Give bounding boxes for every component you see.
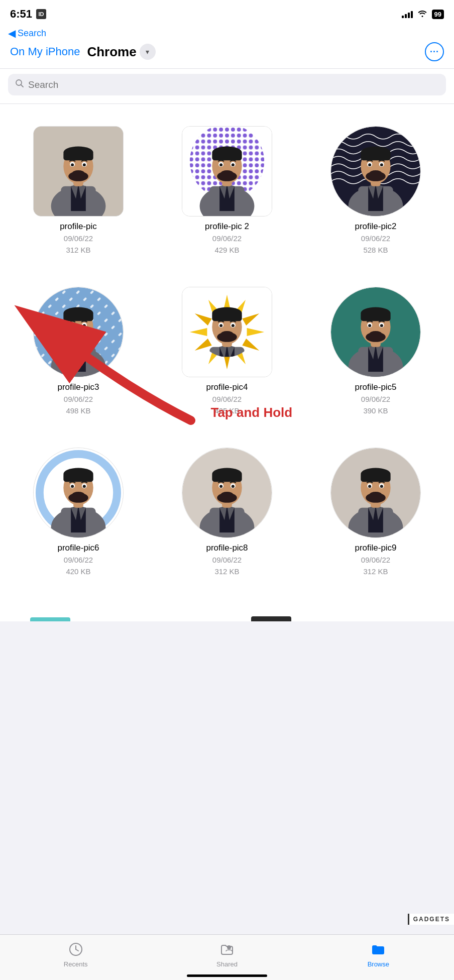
- svg-rect-11: [63, 151, 93, 160]
- file-meta-3: 09/06/22 528 KB: [361, 233, 390, 256]
- file-item-5[interactable]: profile-pic4 09/06/22 425 KB: [153, 280, 301, 425]
- home-indicator: [187, 974, 267, 977]
- back-search-text: Search: [18, 28, 46, 39]
- svg-point-128: [72, 492, 84, 497]
- svg-point-98: [232, 324, 235, 327]
- file-meta-4: 09/06/22 498 KB: [64, 394, 93, 416]
- svg-point-31: [221, 170, 233, 175]
- svg-line-1: [21, 85, 24, 87]
- signal-bar-4: [411, 11, 413, 18]
- file-name-6: profile-pic5: [355, 382, 396, 392]
- tab-recents[interactable]: Recents: [0, 941, 151, 968]
- file-meta-7: 09/06/22 420 KB: [64, 555, 93, 577]
- svg-rect-126: [63, 473, 93, 482]
- page-title: Chrome: [87, 44, 136, 60]
- file-item-2[interactable]: profile-pic 2 09/06/22 429 KB: [153, 119, 301, 265]
- svg-rect-63: [63, 312, 93, 321]
- svg-point-47: [370, 170, 382, 175]
- svg-point-148: [232, 485, 235, 488]
- svg-point-35: [232, 163, 235, 166]
- file-meta-8: 09/06/22 312 KB: [212, 555, 242, 577]
- svg-rect-142: [212, 473, 242, 482]
- svg-point-16: [71, 163, 74, 166]
- back-chevron-icon: ◀: [8, 27, 16, 39]
- status-right-area: 99: [402, 9, 444, 19]
- tab-bar: Recents Shared Browse: [0, 934, 454, 980]
- svg-point-144: [221, 492, 233, 497]
- svg-line-167: [76, 949, 78, 951]
- svg-rect-158: [361, 473, 390, 482]
- file-grid-row3: profile-pic6 09/06/22 420 KB: [0, 435, 454, 591]
- search-input[interactable]: [28, 79, 439, 90]
- back-search-link[interactable]: ◀ Search: [8, 27, 46, 39]
- bottom-fade: [0, 591, 454, 621]
- file-item-9[interactable]: profile-pic9 09/06/22 312 KB: [301, 441, 450, 586]
- svg-point-114: [380, 324, 383, 327]
- signal-bars: [402, 10, 413, 18]
- svg-point-164: [380, 485, 383, 488]
- tab-shared[interactable]: Shared: [151, 941, 302, 968]
- file-name-5: profile-pic4: [206, 382, 248, 392]
- svg-point-163: [368, 485, 371, 488]
- file-thumbnail-3: [330, 126, 421, 216]
- file-name-4: profile-pic3: [57, 382, 99, 392]
- wifi-icon: [417, 9, 428, 19]
- signal-bar-1: [402, 16, 404, 18]
- svg-point-110: [370, 331, 382, 336]
- signal-bar-3: [408, 13, 410, 18]
- file-name-1: profile-pic: [60, 222, 97, 232]
- nav-title-area: On My iPhone Chrome ▾: [10, 44, 156, 60]
- file-meta-9: 09/06/22 312 KB: [361, 555, 390, 577]
- file-grid: profile-pic 09/06/22 312 KB: [0, 114, 454, 270]
- svg-point-50: [368, 163, 371, 166]
- search-bar[interactable]: [8, 74, 446, 95]
- status-time-area: 6:51 ID: [10, 8, 46, 21]
- row2-container: profile-pic3 09/06/22 498 KB: [0, 275, 454, 430]
- svg-point-13: [72, 170, 84, 175]
- battery-display: 99: [432, 10, 444, 19]
- folder-icon: [370, 941, 387, 958]
- tab-browse[interactable]: Browse: [303, 941, 454, 968]
- svg-rect-45: [361, 151, 390, 160]
- person-image-2: [182, 127, 272, 216]
- svg-point-94: [221, 331, 233, 336]
- back-nav: ◀ Search: [0, 26, 454, 39]
- nav-header: On My iPhone Chrome ▾ ···: [0, 39, 454, 69]
- file-item-3[interactable]: profile-pic2 09/06/22 528 KB: [301, 119, 450, 265]
- title-dropdown-button[interactable]: ▾: [140, 44, 156, 60]
- file-name-7: profile-pic6: [57, 543, 99, 553]
- file-meta-2: 09/06/22 429 KB: [212, 233, 242, 256]
- ellipsis-icon: ···: [430, 47, 439, 57]
- svg-point-69: [83, 324, 86, 327]
- more-options-button[interactable]: ···: [425, 42, 444, 61]
- svg-point-147: [219, 485, 222, 488]
- file-meta-5: 09/06/22 425 KB: [212, 394, 242, 416]
- on-my-iphone-link[interactable]: On My iPhone: [10, 45, 80, 58]
- svg-point-113: [368, 324, 371, 327]
- file-name-8: profile-pic8: [206, 543, 248, 553]
- svg-point-51: [380, 163, 383, 166]
- file-item-4[interactable]: profile-pic3 09/06/22 498 KB: [4, 280, 153, 425]
- search-icon: [15, 79, 24, 90]
- person-image-1: [34, 127, 123, 216]
- clock-icon: [67, 941, 84, 958]
- file-item-7[interactable]: profile-pic6 09/06/22 420 KB: [4, 441, 153, 586]
- file-grid-row2: profile-pic3 09/06/22 498 KB: [0, 275, 454, 430]
- svg-point-68: [71, 324, 74, 327]
- shared-icon: [218, 941, 236, 958]
- browse-tab-indicator: [251, 616, 291, 621]
- svg-point-132: [83, 485, 86, 488]
- file-item-8[interactable]: profile-pic8 09/06/22 312 KB: [153, 441, 301, 586]
- time-display: 6:51: [10, 8, 32, 21]
- file-item-6[interactable]: profile-pic5 09/06/22 390 KB: [301, 280, 450, 425]
- svg-rect-108: [361, 312, 390, 321]
- file-thumbnail-4: [33, 287, 124, 377]
- file-item[interactable]: profile-pic 09/06/22 312 KB: [4, 119, 153, 265]
- file-thumbnail-7: [33, 448, 124, 538]
- file-meta-1: 09/06/22 312 KB: [64, 233, 93, 256]
- file-thumbnail-9: [330, 448, 421, 538]
- recents-tab-indicator: [30, 617, 70, 621]
- person-image-3: [331, 127, 420, 216]
- file-thumbnail-8: [182, 448, 272, 538]
- file-name-9: profile-pic9: [355, 543, 396, 553]
